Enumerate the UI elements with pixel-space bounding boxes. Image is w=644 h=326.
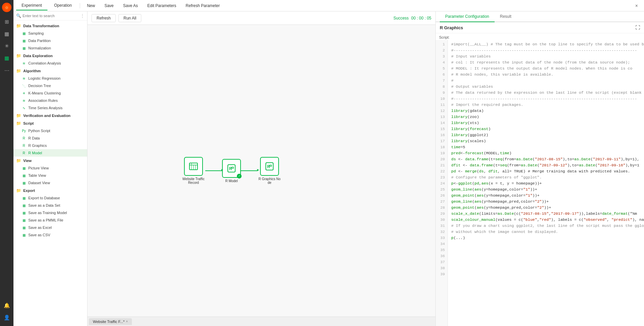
sidebar-item-save-dataset[interactable]: ▦ Save as a Data Set <box>13 202 87 209</box>
code-line: # Input variables <box>451 53 641 59</box>
sidebar-item-normalization[interactable]: ▦ Normalization <box>13 44 87 52</box>
sidebar-item-correlation-analysis[interactable]: ≋ Correlation Analysis <box>13 59 87 67</box>
folder-icon: 📁 <box>16 188 21 193</box>
workflow-nodes: Website Traffic Record R <box>182 157 281 185</box>
code-content[interactable]: #import(__ALL__) # The tag must be on th… <box>448 40 644 326</box>
sidebar-item-save-training[interactable]: ▦ Save as Training Model <box>13 209 87 216</box>
sidebar-item-association-rules[interactable]: ≋ Association Rules <box>13 97 87 104</box>
sidebar-item-python-script[interactable]: Py Python Script <box>13 127 87 134</box>
group-script[interactable]: 📁 Script <box>13 119 87 127</box>
rail-icon-user[interactable]: 👤 <box>2 313 12 323</box>
code-line: geom_line(aes(y=homepage,color="1"))+ <box>451 187 641 193</box>
rail-icon-more[interactable]: ⋯ <box>2 65 12 75</box>
node-box-r-model[interactable]: R ✓ <box>222 159 241 178</box>
icon-rail: ○ ⊞ ▦ ✳ ▦ ⋯ 🔔 👤 <box>0 0 13 326</box>
bottom-tab-website-traffic[interactable]: Website Traffic F...* × <box>89 318 132 325</box>
body-split: 🔍 ⋮ 📁 Data Transformation ▦ Sampling ▦ D… <box>13 11 644 326</box>
save-as-button[interactable]: Save As <box>119 2 142 9</box>
sidebar-item-r-data[interactable]: R R Data <box>13 134 87 142</box>
code-line: geom_point(aes(y=homepage_pred,color="2"… <box>451 205 641 211</box>
sidebar-item-k-means-clustering[interactable]: ✳ K-Means Clustering <box>13 89 87 97</box>
search-icon: 🔍 <box>16 13 21 18</box>
code-line: # col : It represents the input data of … <box>451 59 641 66</box>
code-line: geom_point(aes(y=homepage,color="1"))+ <box>451 193 641 199</box>
edit-parameters-button[interactable]: Edit Parameters <box>143 2 180 9</box>
code-line: library(forecast) <box>451 126 641 132</box>
bottom-tab-bar: Website Traffic F...* × <box>87 317 435 326</box>
r-icon: R <box>22 151 26 155</box>
tab-operation[interactable]: Operation <box>49 1 77 10</box>
node-website-traffic[interactable]: Website Traffic Record <box>182 157 205 185</box>
group-verification-evaluation[interactable]: 📁 Verification and Evaluation <box>13 112 87 119</box>
refresh-parameter-button[interactable]: Refresh Parameter <box>182 2 224 9</box>
refresh-button[interactable]: Refresh <box>92 14 116 22</box>
rail-icon-bell[interactable]: 🔔 <box>2 300 12 311</box>
tab-parameter-configuration[interactable]: Parameter Configuration <box>440 11 495 22</box>
sidebar-item-dataset-view[interactable]: ▦ Dataset View <box>13 179 87 187</box>
check-badge: ✓ <box>237 174 242 178</box>
sidebar-item-save-pmml[interactable]: ▦ Save as a PMML File <box>13 216 87 224</box>
group-export[interactable]: 📁 Export <box>13 187 87 194</box>
rail-icon-chart[interactable]: ▦ <box>2 53 12 63</box>
tab-result[interactable]: Result <box>495 11 517 22</box>
group-view[interactable]: 📁 View <box>13 157 87 164</box>
expand-icon[interactable]: ⛶ <box>635 25 640 30</box>
rail-icon-layers[interactable]: ⊞ <box>2 17 12 27</box>
node-box-website-traffic[interactable] <box>184 157 203 176</box>
code-line: scale_x_date(limits=as.Date(c("2017-08-1… <box>451 211 641 217</box>
rail-icon-tools[interactable]: ✳ <box>2 41 12 51</box>
img-icon: ▦ <box>22 166 26 170</box>
sidebar: 🔍 ⋮ 📁 Data Transformation ▦ Sampling ▦ D… <box>13 11 87 326</box>
code-line: library(ggplot2) <box>451 132 641 138</box>
sidebar-item-time-series-analysis[interactable]: ∿ Time Series Analysis <box>13 104 87 112</box>
right-panel-content: R Graphics ⛶ Script: 1234567891011121314… <box>436 22 644 326</box>
code-line: # If you draw a chart using ggplot2, the… <box>451 223 641 229</box>
table-icon: ▦ <box>22 173 26 178</box>
save-button[interactable]: Save <box>100 2 117 9</box>
rail-icon-data[interactable]: ▦ <box>2 29 12 39</box>
code-line: scale_colour_manual(values = c("blue","r… <box>451 217 641 223</box>
sidebar-item-save-excel[interactable]: ▦ Save as Excel <box>13 224 87 231</box>
code-line: # without which the image cannot be disp… <box>451 229 641 235</box>
sidebar-item-save-csv[interactable]: ▦ Save as CSV <box>13 231 87 239</box>
folder-icon: 📁 <box>16 158 21 163</box>
folder-icon: 📁 <box>16 53 21 58</box>
code-editor[interactable]: 1234567891011121314151617181920212223242… <box>436 40 644 326</box>
search-input[interactable] <box>23 14 79 18</box>
tab-experiment[interactable]: Experiment <box>16 1 47 10</box>
group-data-transformation[interactable]: 📁 Data Transformation <box>13 22 87 30</box>
node-r-model[interactable]: R ✓ R Model <box>222 159 241 183</box>
code-line: # Configure the parameters of "ggplot". <box>451 174 641 180</box>
sidebar-item-export-db[interactable]: ▦ Export to Database <box>13 194 87 202</box>
sidebar-item-sampling[interactable]: ▦ Sampling <box>13 30 87 37</box>
tab-close-icon[interactable]: × <box>126 320 128 323</box>
run-all-button[interactable]: Run All <box>118 14 141 22</box>
sidebar-item-table-view[interactable]: ▦ Table View <box>13 172 87 179</box>
sidebar-item-r-model[interactable]: R R Model <box>13 149 87 157</box>
wf-connector-1 <box>205 170 222 171</box>
new-button[interactable]: New <box>83 2 99 9</box>
group-data-exploration[interactable]: 📁 Data Exploration <box>13 52 87 59</box>
code-line: # Output variables <box>451 84 641 90</box>
code-line: #---------------------------------------… <box>451 96 641 102</box>
grid-icon: ▦ <box>22 38 26 43</box>
sidebar-item-decision-tree[interactable]: ⋱ Decision Tree <box>13 82 87 89</box>
node-box-r-graphics[interactable]: R <box>260 157 279 176</box>
close-button[interactable]: × <box>632 2 641 10</box>
top-toolbar: Experiment Operation New Save Save As Ed… <box>13 0 644 11</box>
wf-connector-2 <box>241 170 258 171</box>
code-line: # The data returned by the expression on… <box>451 90 641 96</box>
canvas-area: Refresh Run All Success 00 : 00 : 05 <box>87 11 435 326</box>
sidebar-item-logistic-regression[interactable]: ≋ Logistic Regression <box>13 75 87 82</box>
app-logo: ○ <box>2 3 11 12</box>
search-options-icon[interactable]: ⋮ <box>80 13 84 18</box>
folder-icon: 📁 <box>16 121 21 126</box>
group-algorithm[interactable]: 📁 Algorithm <box>13 67 87 75</box>
node-r-graphics[interactable]: R R Graphics No de <box>258 157 281 185</box>
py-icon: Py <box>22 128 26 133</box>
sidebar-item-data-partition[interactable]: ▦ Data Partition <box>13 37 87 44</box>
code-line: #---------------------------------------… <box>451 47 641 53</box>
sidebar-item-picture-view[interactable]: ▦ Picture View <box>13 164 87 172</box>
sidebar-item-r-graphics[interactable]: R R Graphics <box>13 142 87 149</box>
star-icon: ✳ <box>22 91 26 95</box>
